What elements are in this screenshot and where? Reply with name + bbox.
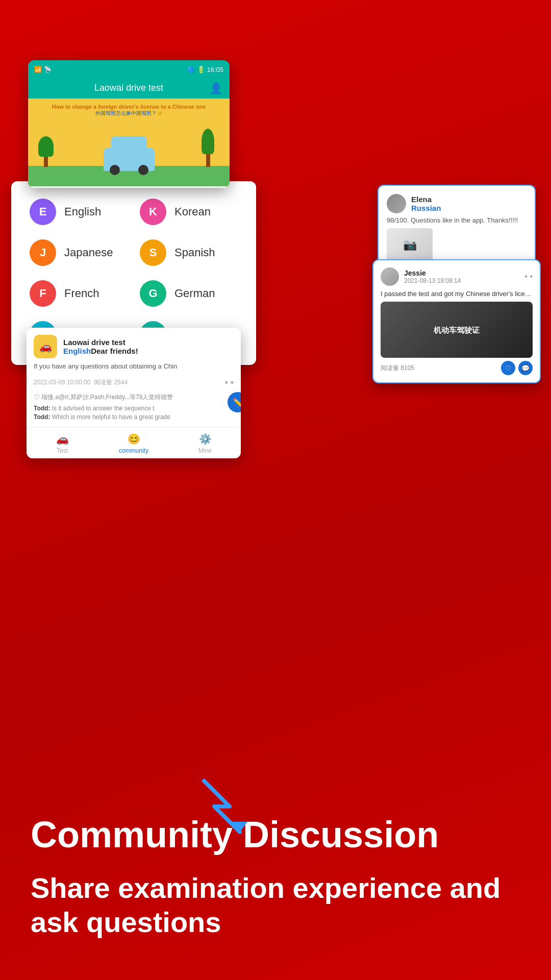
book-text: 机动车驾驶证 [434, 325, 480, 335]
list-item[interactable]: S Spanish [134, 232, 244, 273]
japanese-label: Japanese [64, 246, 113, 259]
main-heading: Community Discussion [31, 815, 520, 855]
review-card-jessie: Jessie 2021-08-13 18:09:14 • • I passed … [372, 259, 541, 383]
avatar [381, 267, 399, 286]
mine-label: Mine [198, 447, 212, 454]
english-label: English [64, 205, 101, 218]
commenter-name-2: Todd: [34, 413, 50, 421]
post-meta: 2022-03-09 10:00:00 阅读量 2544 • • [27, 374, 241, 391]
review2-header: Jessie 2021-08-13 18:09:14 • • [381, 267, 533, 286]
post-app-icon: 🚗 [34, 335, 57, 358]
banner-line2: 外国驾照怎么换中国驾照？🙂 [28, 110, 230, 117]
tab-test[interactable]: 🚗 Test [27, 428, 98, 458]
comment-1: Todd: Is it advised to answer the sequen… [34, 405, 234, 412]
review-image: 📷 [387, 228, 433, 261]
status-left: 📶 📡 [34, 66, 52, 73]
review-text: 98/100. Questions like in the app. Thank… [387, 216, 527, 224]
community-post-card: 🚗 Laowai drive test EnglishDear friends!… [27, 328, 241, 458]
post-likes: ♡ 瑞慢,e@rl,郑萨沙,Pash,Freddy...等78人觉得很赞 [27, 391, 241, 405]
review2-time: 2021-08-13 18:09:14 [404, 277, 461, 284]
german-label: German [174, 287, 215, 300]
wifi-icon: 📡 [44, 66, 52, 73]
list-item[interactable]: E English [23, 191, 134, 232]
comment-text-2: Which is more helpful to have a great gr… [52, 413, 170, 421]
japanese-badge: J [30, 239, 56, 266]
banner-area: How to change a foreign driver's license… [28, 99, 230, 186]
review2-actions: ♡ 💬 [501, 361, 533, 375]
post-app-info: Laowai drive test EnglishDear friends! [63, 338, 138, 355]
car-scene [28, 115, 230, 186]
review2-dots[interactable]: • • [524, 272, 533, 281]
test-label: Test [57, 447, 68, 454]
bottom-text-section: Community Discussion Share examination e… [0, 784, 551, 980]
status-bar: 📶 📡 🔷 🔋 16:05 [28, 60, 230, 79]
comment-button[interactable]: 💬 [518, 361, 533, 375]
view-count: 阅读量 8105 [381, 364, 414, 373]
banner-text: How to change a foreign driver's license… [28, 104, 230, 117]
review2-username: Jessie [404, 269, 461, 277]
english-badge: E [30, 199, 56, 225]
avatar [387, 194, 406, 213]
test-icon: 🚗 [56, 433, 69, 445]
german-badge: G [140, 280, 166, 307]
sim-icon: 📶 [34, 66, 42, 73]
spanish-badge: S [140, 239, 166, 266]
car-wheel-right [138, 165, 148, 175]
review-user-row: Elena Russian [387, 194, 527, 213]
tab-mine[interactable]: ⚙️ Mine [169, 428, 241, 458]
review-username: Elena [411, 195, 441, 204]
post-comments: Todd: Is it advised to answer the sequen… [27, 405, 241, 427]
time-display: 16:05 [207, 66, 223, 74]
list-item[interactable]: F French [23, 273, 134, 314]
battery-icon: 🔋 [197, 66, 205, 74]
post-header: 🚗 Laowai drive test EnglishDear friends! [27, 328, 241, 362]
like-button[interactable]: ♡ [501, 361, 515, 375]
post-more-button[interactable]: • • [224, 377, 234, 388]
tree-left [38, 136, 54, 167]
lightning-arrow [189, 776, 270, 837]
community-icon: 😊 [128, 433, 140, 445]
tree-right [202, 129, 214, 167]
app-title: Laowai drive test [94, 83, 163, 93]
review-card-elena: Elena Russian 98/100. Questions like in … [378, 185, 536, 271]
review2-image: 机动车驾驶证 [381, 302, 533, 358]
review-language: Russian [411, 204, 441, 212]
phone-header: Laowai drive test 👤 [28, 79, 230, 99]
page-root: 📶 📡 🔷 🔋 16:05 Laowai drive test 👤 How to… [0, 0, 551, 980]
car-wheel-left [110, 165, 120, 175]
review2-info: Jessie 2021-08-13 18:09:14 [404, 269, 461, 284]
comment-text-1: Is it advised to answer the sequence t [52, 405, 155, 412]
list-item[interactable]: K Korean [134, 191, 244, 232]
mine-icon: ⚙️ [199, 433, 212, 445]
post-title-line: EnglishDear friends! [63, 347, 138, 355]
french-badge: F [30, 280, 56, 307]
bluetooth-icon: 🔷 [187, 66, 195, 74]
phone-screenshot-top: 📶 📡 🔷 🔋 16:05 Laowai drive test 👤 How to… [28, 60, 230, 188]
post-date: 2022-03-09 10:00:00 阅读量 2544 [34, 378, 128, 387]
review2-footer: 阅读量 8105 ♡ 💬 [381, 361, 533, 375]
list-item[interactable]: J Japanese [23, 232, 134, 273]
post-app-name: Laowai drive test [63, 338, 138, 347]
status-right: 🔷 🔋 16:05 [187, 66, 223, 74]
tab-community[interactable]: 😊 community [98, 428, 169, 458]
profile-icon[interactable]: 👤 [210, 82, 222, 94]
review-user-info: Elena Russian [411, 195, 441, 212]
review2-text: I passed the test and got my Chinese dri… [381, 290, 533, 298]
post-title-language: English [63, 347, 91, 355]
list-item[interactable]: G German [134, 273, 244, 314]
post-title-greeting: Dear friends! [91, 347, 138, 355]
french-label: French [64, 287, 99, 300]
comment-2: Todd: Which is more helpful to have a gr… [34, 413, 234, 421]
sub-heading: Share examination experience and ask que… [31, 871, 520, 939]
community-label: community [119, 447, 148, 454]
bottom-nav: 🚗 Test 😊 community ⚙️ Mine [27, 427, 241, 458]
korean-label: Korean [174, 205, 211, 218]
banner-line1: How to change a foreign driver's license… [28, 104, 230, 110]
spanish-label: Spanish [174, 246, 215, 259]
commenter-name-1: Todd: [34, 405, 50, 412]
post-body: If you have any questions about obtainin… [27, 362, 241, 374]
korean-badge: K [140, 199, 166, 225]
